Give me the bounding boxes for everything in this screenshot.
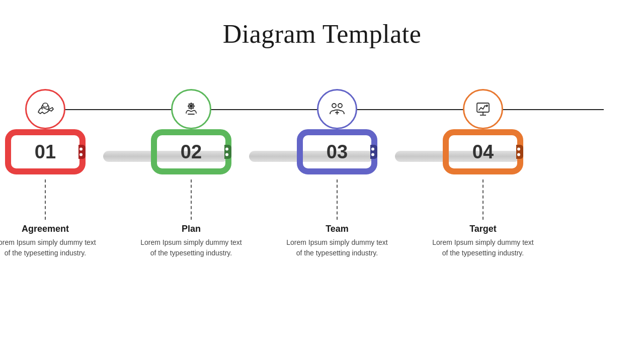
svg-point-8 — [486, 105, 488, 107]
svg-rect-5 — [477, 103, 489, 112]
svg-point-4 — [338, 104, 342, 108]
dashed-line-2 — [191, 179, 192, 220]
carabiner-1: 01 — [5, 129, 86, 174]
label-team: Team Lorem Ipsum simply dummy text of th… — [284, 224, 390, 258]
carabiner-2: 02 — [151, 129, 231, 174]
number-3: 03 — [327, 141, 348, 163]
svg-point-3 — [332, 104, 336, 108]
carabiner-3: 03 — [297, 129, 377, 174]
label-title-3: Team — [284, 224, 390, 234]
label-plan: Plan Lorem Ipsum simply dummy text of th… — [138, 224, 244, 258]
label-title-2: Plan — [138, 224, 244, 234]
label-agreement: Agreement Lorem Ipsum simply dummy text … — [0, 224, 98, 258]
label-title-1: Agreement — [0, 224, 98, 234]
label-text-3: Lorem Ipsum simply dummy text of the typ… — [284, 237, 390, 258]
dashed-line-1 — [45, 179, 46, 220]
dashed-line-4 — [482, 179, 484, 220]
label-text-4: Lorem Ipsum simply dummy text of the typ… — [430, 237, 536, 258]
label-text-1: Lorem Ipsum simply dummy text of the typ… — [0, 237, 98, 258]
svg-point-2 — [190, 105, 193, 108]
diagram-area: 01 Agreement Lorem Ipsum simply dummy te… — [0, 54, 644, 335]
circle-icon-plan — [171, 89, 211, 129]
label-target: Target Lorem Ipsum simply dummy text of … — [430, 224, 536, 258]
page-title: Diagram Template — [0, 0, 644, 49]
dashed-line-3 — [337, 179, 338, 220]
number-4: 04 — [472, 141, 494, 163]
number-2: 02 — [181, 141, 202, 163]
carabiner-4: 04 — [443, 129, 523, 174]
circle-icon-team — [317, 89, 357, 129]
svg-point-0 — [43, 103, 48, 107]
label-title-4: Target — [430, 224, 536, 234]
circle-icon-agreement — [25, 89, 65, 129]
label-text-2: Lorem Ipsum simply dummy text of the typ… — [138, 237, 244, 258]
number-1: 01 — [35, 141, 56, 163]
circle-icon-target — [463, 89, 503, 129]
